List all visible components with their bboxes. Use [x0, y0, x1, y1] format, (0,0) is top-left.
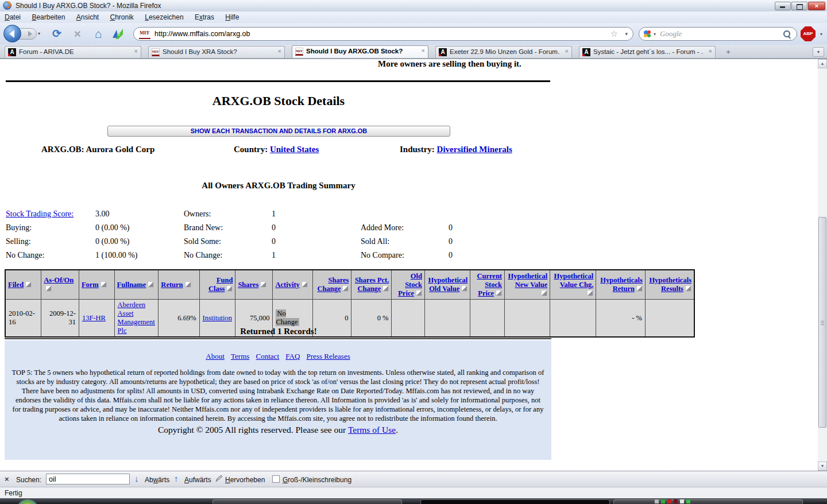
stop-button[interactable]: × — [69, 25, 86, 42]
search-bar[interactable]: ▾ Google — [639, 27, 797, 41]
tab-close-icon[interactable]: × — [565, 48, 569, 55]
find-previous-button[interactable]: Aufwärts — [184, 476, 211, 484]
col-as-of-on[interactable]: As-Of/On — [41, 270, 79, 300]
taskbar-window-button[interactable] — [613, 499, 803, 504]
tray-icon[interactable] — [680, 499, 684, 503]
footer-link-press-releases[interactable]: Press Releases — [307, 352, 350, 360]
url-text[interactable]: http://www.mffais.com/arxg.ob — [154, 30, 250, 38]
tab-close-icon[interactable]: × — [134, 48, 138, 55]
taskbar-window-button[interactable] — [212, 499, 402, 504]
sort-link[interactable]: Shares — [238, 281, 258, 289]
sort-link[interactable]: Fullname — [117, 281, 146, 289]
titlebar[interactable]: Should I Buy ARXG.OB Stock? - Mozilla Fi… — [0, 0, 827, 12]
industry-link[interactable]: Diversified Minerals — [437, 145, 512, 154]
sort-link[interactable]: Hypothetical New Value — [508, 272, 548, 289]
windows-taskbar[interactable] — [0, 498, 827, 504]
tab-close-icon[interactable]: × — [278, 48, 281, 55]
list-all-tabs-button[interactable]: ▾ — [813, 47, 824, 57]
sort-link[interactable]: Filed — [8, 281, 24, 289]
col-return[interactable]: Return — [159, 270, 199, 300]
show-transactions-button[interactable]: SHOW EACH TRANSACTION AND DETAILS FOR AR… — [107, 126, 450, 137]
find-previous-icon[interactable]: ↑ — [174, 474, 179, 483]
taskbar-window-button-active[interactable] — [420, 499, 610, 504]
scroll-up-icon[interactable]: ▲ — [818, 59, 827, 68]
terms-of-use-link[interactable]: Terms of Use — [348, 425, 396, 435]
scroll-down-icon[interactable]: ▼ — [818, 462, 827, 471]
col-old-stock-price[interactable]: Old Stock Price — [392, 270, 425, 300]
col-activity[interactable]: Activity — [273, 270, 312, 300]
match-case-label[interactable]: Groß-/Kleinschreibung — [283, 476, 351, 484]
col-fullname[interactable]: Fullname — [114, 270, 159, 300]
history-dropdown-icon[interactable]: ▾ — [38, 31, 40, 36]
findbar-close-icon[interactable]: × — [5, 475, 9, 483]
tab-exeter-forum[interactable]: A Exeter 22.9 Mio Unzen Gold - Forum... … — [435, 46, 572, 58]
new-tab-button[interactable]: + — [722, 48, 734, 57]
sort-link[interactable]: Activity — [275, 281, 299, 289]
menu-chronik[interactable]: Chronik — [106, 11, 138, 21]
tab-forum-ariva[interactable]: A Forum - ARIVA.DE × — [5, 46, 141, 58]
home-button[interactable]: ⌂ — [90, 25, 107, 42]
col-filed[interactable]: Filed — [5, 270, 41, 300]
match-case-checkbox[interactable] — [272, 475, 280, 483]
col-shares-pct-change[interactable]: Shares Pct. Change — [351, 270, 392, 300]
menu-extras[interactable]: Extras — [190, 11, 219, 21]
find-next-icon[interactable]: ↓ — [134, 474, 139, 483]
start-orb-icon[interactable] — [16, 499, 39, 504]
menu-bearbeiten[interactable]: Bearbeiten — [27, 11, 69, 21]
col-fund-class[interactable]: Fund Class — [199, 270, 235, 300]
url-dropdown-icon[interactable]: ▾ — [625, 31, 628, 37]
footer-link-terms[interactable]: Terms — [231, 352, 249, 360]
adblock-plus-icon[interactable]: ABP — [801, 26, 816, 41]
menu-hilfe[interactable]: Hilfe — [221, 11, 244, 21]
stock-trading-score-link[interactable]: Stock Trading Score: — [6, 210, 74, 219]
vertical-scrollbar[interactable]: ▲ ▼ — [818, 59, 827, 471]
maximize-button[interactable] — [791, 2, 807, 10]
sort-link[interactable]: As-Of/On — [44, 276, 74, 284]
sort-link[interactable]: Hypothetical Value Chg. — [554, 272, 594, 289]
back-button[interactable] — [3, 25, 21, 42]
highlight-pen-icon[interactable] — [215, 475, 223, 483]
col-hypotheticals-return[interactable]: Hypotheticals Return — [596, 270, 646, 300]
col-current-stock-price[interactable]: Current Stock Price — [470, 270, 505, 300]
tray-icon[interactable] — [674, 499, 678, 503]
menu-ansicht[interactable]: Ansicht — [72, 11, 103, 21]
scrollbar-thumb[interactable] — [818, 217, 826, 428]
bookmark-star-icon[interactable]: ☆ — [610, 29, 618, 39]
tray-icon[interactable] — [655, 499, 659, 503]
google-icon[interactable] — [643, 30, 651, 38]
tray-icon[interactable] — [661, 499, 665, 503]
addon-icon[interactable] — [111, 28, 124, 40]
tab-close-icon[interactable]: × — [422, 47, 425, 54]
footer-link-faq[interactable]: FAQ — [285, 352, 300, 360]
search-placeholder[interactable]: Google — [660, 29, 682, 38]
col-shares-change[interactable]: Shares Change — [312, 270, 351, 300]
col-hypotheticals-results[interactable]: Hypotheticals Results — [645, 270, 694, 300]
tab-arxg-stock-active[interactable]: MFF Should I Buy ARXG.OB Stock? × — [292, 45, 428, 58]
reload-button[interactable]: ⟳ — [48, 25, 65, 42]
tray-icon[interactable] — [667, 499, 671, 503]
col-form[interactable]: Form — [79, 270, 114, 300]
sort-link[interactable]: Form — [82, 281, 99, 289]
col-hypothetical-value-chg[interactable]: Hypothetical Value Chg. — [550, 270, 596, 300]
tray-icon[interactable] — [686, 499, 690, 503]
sort-link[interactable]: Return — [161, 281, 183, 289]
col-shares[interactable]: Shares — [235, 270, 273, 300]
find-next-button[interactable]: Abwärts — [145, 476, 169, 484]
footer-link-contact[interactable]: Contact — [256, 352, 279, 360]
search-engine-dropdown-icon[interactable]: ▾ — [654, 32, 656, 37]
minimize-button[interactable] — [775, 2, 791, 10]
country-link[interactable]: United States — [270, 145, 319, 154]
fund-class-link[interactable]: Institution — [203, 314, 232, 322]
find-input[interactable] — [46, 474, 130, 484]
tab-xra-stock[interactable]: MFF Should I Buy XRA Stock? × — [148, 46, 285, 58]
footer-link-about[interactable]: About — [206, 352, 225, 360]
form-link[interactable]: 13F-HR — [82, 314, 106, 322]
menu-lesezeichen[interactable]: Lesezeichen — [140, 11, 188, 21]
abp-dropdown-icon[interactable]: ▾ — [820, 32, 822, 37]
col-hypothetical-new-value[interactable]: Hypothetical New Value — [505, 270, 550, 300]
menu-datei[interactable]: Datei — [0, 11, 25, 21]
url-bar[interactable]: MFF http://www.mffais.com/arxg.ob ☆ ▾ — [133, 27, 633, 41]
col-hypothetical-old-value[interactable]: Hypothetical Old Value — [425, 270, 470, 300]
tab-close-icon[interactable]: × — [709, 48, 712, 55]
close-button[interactable]: × — [808, 2, 825, 10]
